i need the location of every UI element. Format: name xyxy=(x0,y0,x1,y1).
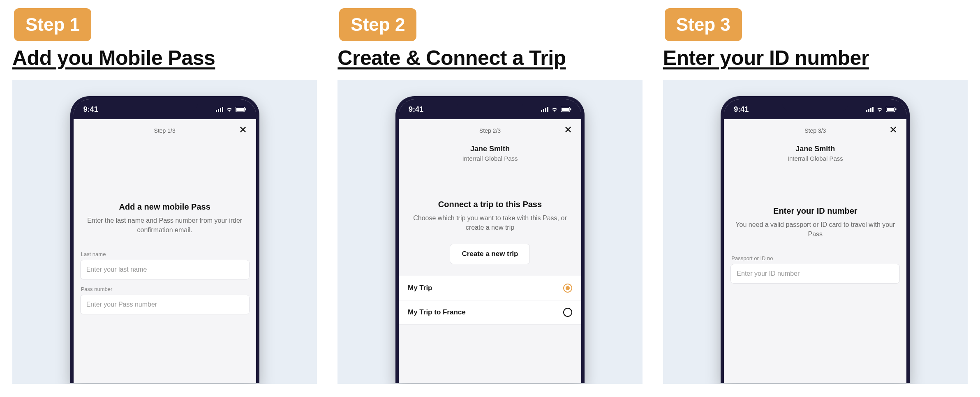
trip-row[interactable]: My Trip xyxy=(399,276,581,300)
step-title: Create & Connect a Trip xyxy=(337,46,642,70)
last-name-label: Last name xyxy=(81,251,250,257)
screen-heading: Enter your ID number xyxy=(730,206,900,216)
svg-rect-12 xyxy=(562,108,569,111)
battery-icon xyxy=(236,107,246,112)
phone-stage: 9:41 Step 3/3 ✕ xyxy=(663,80,968,384)
wifi-icon xyxy=(876,107,883,112)
pass-type: Interrail Global Pass xyxy=(405,155,575,162)
trip-row[interactable]: My Trip to France xyxy=(399,300,581,325)
svg-rect-8 xyxy=(543,109,544,112)
step-indicator: Step 2/3 xyxy=(479,127,501,134)
screen-heading: Connect a trip to this Pass xyxy=(405,200,575,209)
radio-selected-icon[interactable] xyxy=(563,284,572,293)
status-time: 9:41 xyxy=(83,105,98,114)
step-indicator: Step 1/3 xyxy=(154,127,176,134)
step-column-3: Step 3 Enter your ID number 9:41 xyxy=(663,0,968,384)
status-indicators xyxy=(866,107,897,112)
wifi-icon xyxy=(551,107,558,112)
svg-rect-0 xyxy=(216,110,217,112)
status-time: 9:41 xyxy=(409,105,423,114)
step-badge: Step 3 xyxy=(665,8,742,41)
battery-icon xyxy=(561,107,571,112)
pass-type: Interrail Global Pass xyxy=(730,155,900,162)
svg-rect-5 xyxy=(236,108,244,111)
svg-rect-3 xyxy=(222,107,223,112)
status-indicators xyxy=(541,107,571,112)
status-indicators xyxy=(216,107,246,112)
phone-screen: 9:41 Step 1/3 ✕ Add a new mo xyxy=(74,99,256,383)
step-column-1: Step 1 Add you Mobile Pass 9:41 xyxy=(12,0,317,384)
step-badge: Step 1 xyxy=(14,8,91,41)
screen-subtext: Choose which trip you want to take with … xyxy=(409,213,571,232)
svg-rect-9 xyxy=(545,108,546,112)
phone-frame: 9:41 Step 2/3 ✕ xyxy=(395,96,585,383)
wifi-icon xyxy=(226,107,233,112)
trip-label: My Trip xyxy=(408,284,432,292)
user-name: Jane Smith xyxy=(730,145,900,153)
close-icon[interactable]: ✕ xyxy=(237,124,249,136)
screen-subtext: You need a valid passport or ID card to … xyxy=(735,220,896,239)
signal-icon xyxy=(541,107,548,112)
phone-stage: 9:41 Step 2/3 ✕ xyxy=(337,80,642,384)
step-title: Add you Mobile Pass xyxy=(12,46,317,70)
pass-number-input[interactable] xyxy=(80,295,250,314)
svg-rect-10 xyxy=(547,107,548,112)
svg-rect-7 xyxy=(541,110,542,112)
svg-rect-2 xyxy=(220,108,221,112)
notch xyxy=(132,99,198,111)
svg-rect-20 xyxy=(895,108,897,111)
screen-subtext: Enter the last name and Pass number from… xyxy=(84,216,245,235)
create-trip-button[interactable]: Create a new trip xyxy=(450,244,530,264)
id-label: Passport or ID no xyxy=(731,255,900,261)
close-icon[interactable]: ✕ xyxy=(888,124,899,136)
svg-rect-19 xyxy=(887,108,894,111)
pass-number-label: Pass number xyxy=(81,286,250,292)
radio-unselected-icon[interactable] xyxy=(563,308,572,317)
trip-list: My Trip My Trip to France xyxy=(399,276,581,325)
id-input[interactable] xyxy=(730,264,900,284)
phone-screen: 9:41 Step 2/3 ✕ xyxy=(399,99,581,383)
svg-rect-14 xyxy=(866,110,867,112)
status-bar: 9:41 xyxy=(74,99,256,119)
phone-frame: 9:41 Step 1/3 ✕ Add a new mo xyxy=(70,96,259,383)
svg-rect-6 xyxy=(245,108,246,111)
status-bar: 9:41 xyxy=(724,99,906,119)
screen-heading: Add a new mobile Pass xyxy=(80,202,250,212)
close-icon[interactable]: ✕ xyxy=(562,124,574,136)
step-title: Enter your ID number xyxy=(663,46,968,70)
svg-rect-15 xyxy=(868,109,869,112)
step-indicator: Step 3/3 xyxy=(804,127,826,134)
step-badge: Step 2 xyxy=(339,8,416,41)
user-name: Jane Smith xyxy=(405,145,575,153)
svg-rect-1 xyxy=(218,109,219,112)
trip-label: My Trip to France xyxy=(408,308,466,316)
phone-screen: 9:41 Step 3/3 ✕ xyxy=(724,99,906,383)
svg-rect-13 xyxy=(570,108,571,111)
signal-icon xyxy=(216,107,223,112)
svg-rect-17 xyxy=(872,107,874,112)
battery-icon xyxy=(886,107,897,112)
signal-icon xyxy=(866,107,874,112)
phone-stage: 9:41 Step 1/3 ✕ Add a new mo xyxy=(12,80,317,384)
step-column-2: Step 2 Create & Connect a Trip 9:41 xyxy=(337,0,642,384)
phone-frame: 9:41 Step 3/3 ✕ xyxy=(721,96,910,383)
status-bar: 9:41 xyxy=(399,99,581,119)
last-name-input[interactable] xyxy=(80,260,250,279)
notch xyxy=(782,99,848,111)
status-time: 9:41 xyxy=(734,105,749,114)
notch xyxy=(457,99,523,111)
svg-rect-16 xyxy=(870,108,871,112)
